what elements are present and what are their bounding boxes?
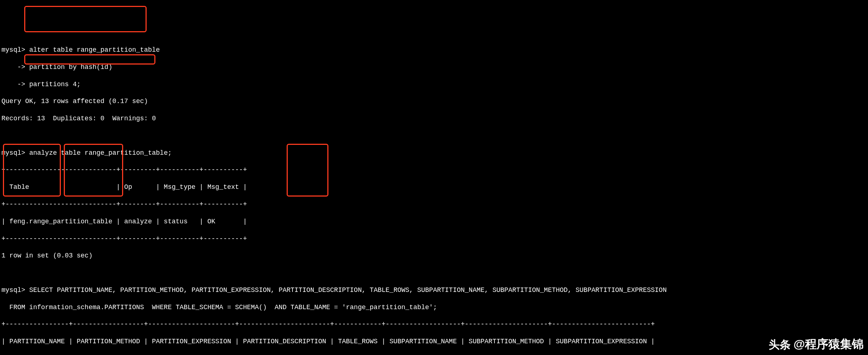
command-text: analyze table range_partition_table; — [29, 149, 172, 157]
result-line: Records: 13 Duplicates: 0 Warnings: 0 — [1, 114, 867, 123]
prompt-line: mysql> SELECT PARTITION_NAME, PARTITION_… — [1, 286, 867, 294]
toutiao-icon: 头条 — [769, 337, 791, 352]
mysql-prompt: mysql> — [1, 286, 25, 294]
command-text: partition by hash(id) — [29, 63, 113, 71]
table-border: +----------------+------------------+---… — [1, 320, 867, 329]
watermark: 头条 @程序猿集锦 — [769, 337, 864, 352]
mysql-prompt: mysql> — [1, 149, 25, 157]
terminal-output[interactable]: mysql> alter table range_partition_table… — [1, 37, 867, 355]
table-header: | PARTITION_NAME | PARTITION_METHOD | PA… — [1, 337, 867, 346]
table-row: | feng.range_partition_table | analyze |… — [1, 217, 867, 226]
table-header: | Table | Op | Msg_type | Msg_text | — [1, 183, 867, 191]
result-line: Query OK, 13 rows affected (0.17 sec) — [1, 97, 867, 106]
result-line: 1 row in set (0.03 sec) — [1, 252, 867, 260]
table-border: +----------------------------+---------+… — [1, 166, 867, 174]
watermark-text: @程序猿集锦 — [794, 337, 864, 352]
command-text: partitions 4; — [29, 81, 81, 88]
cont-line: -> partition by hash(id) — [1, 63, 867, 72]
table-border: +----------------------------+---------+… — [1, 200, 867, 209]
cont-prompt: -> — [1, 81, 25, 88]
blank-line — [1, 269, 867, 277]
command-text: FROM information_schema.PARTITIONS WHERE… — [1, 303, 867, 312]
prompt-line: mysql> analyze table range_partition_tab… — [1, 149, 867, 157]
highlight-alter-table — [24, 6, 147, 32]
command-text: SELECT PARTITION_NAME, PARTITION_METHOD,… — [29, 286, 667, 294]
mysql-prompt: mysql> — [1, 46, 25, 54]
cont-prompt: -> — [1, 63, 25, 71]
table-border: +----------------------------+---------+… — [1, 235, 867, 243]
blank-line — [1, 132, 867, 140]
command-text: alter table range_partition_table — [29, 46, 160, 54]
prompt-line: mysql> alter table range_partition_table — [1, 46, 867, 54]
cont-line: -> partitions 4; — [1, 80, 867, 89]
